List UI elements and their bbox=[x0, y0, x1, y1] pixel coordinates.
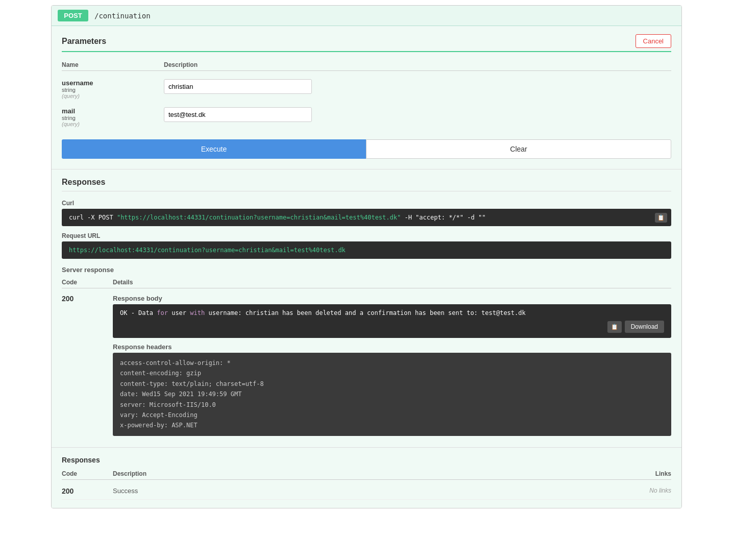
response-headers-block: access-control-allow-origin: * content-e… bbox=[113, 353, 671, 436]
keyword-for: for bbox=[157, 309, 168, 316]
action-buttons: Execute Clear bbox=[62, 139, 671, 159]
response-body-copy-button[interactable]: 📋 bbox=[607, 321, 622, 333]
param-name-mail: mail bbox=[62, 107, 164, 115]
bottom-row-desc: Success bbox=[113, 487, 620, 495]
server-response-header: Code Details bbox=[62, 277, 671, 288]
method-badge: POST bbox=[58, 10, 88, 21]
curl-label: Curl bbox=[62, 200, 671, 207]
bottom-links-header: Links bbox=[620, 470, 671, 477]
param-location-mail: (query) bbox=[62, 121, 164, 127]
curl-url-text: "https://localhost:44331/continuation?us… bbox=[117, 214, 401, 221]
param-row-username: username string (query) bbox=[62, 75, 671, 103]
response-body-label: Response body bbox=[113, 295, 671, 302]
header-line-3: content-type: text/plain; charset=utf-8 bbox=[120, 379, 664, 389]
endpoint-path: /continuation bbox=[94, 12, 151, 20]
param-info-mail: mail string (query) bbox=[62, 107, 164, 127]
header-line-4: date: Wed15 Sep 2021 19:49:59 GMT bbox=[120, 389, 664, 399]
request-url-label: Request URL bbox=[62, 232, 671, 239]
parameters-section: Parameters Cancel Name Description usern… bbox=[52, 26, 681, 169]
responses-section: Responses Curl curl -X POST "https://loc… bbox=[52, 169, 681, 447]
response-headers-label: Response headers bbox=[113, 343, 671, 351]
param-type-username: string bbox=[62, 87, 164, 93]
endpoint-header: POST /continuation bbox=[52, 6, 681, 26]
bottom-desc-header: Description bbox=[113, 470, 620, 477]
bottom-row-links: No links bbox=[620, 487, 671, 494]
params-header: Name Description bbox=[62, 59, 671, 71]
request-url-code-block: https://localhost:44331/continuation?use… bbox=[62, 241, 671, 259]
username-input[interactable] bbox=[164, 79, 312, 94]
download-button[interactable]: Download bbox=[625, 321, 664, 333]
server-response-details: Response body OK - Data for user with us… bbox=[113, 295, 671, 436]
server-response-label: Server response bbox=[62, 266, 671, 274]
details-col-header: Details bbox=[113, 279, 671, 286]
curl-command-text: curl -X POST bbox=[69, 214, 117, 221]
param-name-username: username bbox=[62, 79, 164, 87]
response-body-block: OK - Data for user with username: christ… bbox=[113, 304, 671, 338]
parameters-title: Parameters bbox=[62, 37, 106, 46]
bottom-row-code: 200 bbox=[62, 487, 113, 495]
code-col-header: Code bbox=[62, 279, 113, 286]
param-input-username[interactable] bbox=[164, 79, 671, 94]
request-url-text: https://localhost:44331/continuation?use… bbox=[69, 247, 346, 254]
mail-input[interactable] bbox=[164, 107, 312, 122]
server-response-row: 200 Response body OK - Data for user wit… bbox=[62, 291, 671, 439]
keyword-with: with bbox=[190, 309, 205, 316]
param-row-mail: mail string (query) bbox=[62, 103, 671, 131]
bottom-table-header: Code Description Links bbox=[62, 468, 671, 480]
request-url-block: Request URL https://localhost:44331/cont… bbox=[62, 232, 671, 259]
bottom-row-200: 200 Success No links bbox=[62, 483, 671, 500]
parameters-title-bar: Parameters Cancel bbox=[62, 34, 671, 52]
bottom-responses-title: Responses bbox=[62, 456, 671, 464]
response-body-actions: 📋 Download bbox=[120, 321, 664, 333]
header-line-2: content-encoding: gzip bbox=[120, 368, 664, 378]
response-body-end: username: christian has been deleted and… bbox=[205, 309, 526, 316]
col-name-header: Name bbox=[62, 61, 164, 68]
param-info-username: username string (query) bbox=[62, 79, 164, 99]
bottom-responses-section: Responses Code Description Links 200 Suc… bbox=[52, 447, 681, 508]
curl-rest-text: -H "accept: */*" -d "" bbox=[401, 214, 485, 221]
param-type-mail: string bbox=[62, 115, 164, 121]
param-input-mail[interactable] bbox=[164, 107, 671, 122]
execute-button[interactable]: Execute bbox=[62, 139, 366, 159]
param-location-username: (query) bbox=[62, 93, 164, 99]
header-line-7: x-powered-by: ASP.NET bbox=[120, 420, 664, 430]
params-table: Name Description username string (query)… bbox=[62, 59, 671, 131]
response-body-text: OK - Data bbox=[120, 309, 157, 316]
clear-button[interactable]: Clear bbox=[366, 139, 671, 159]
header-line-6: vary: Accept-Encoding bbox=[120, 410, 664, 420]
col-desc-header: Description bbox=[164, 61, 671, 68]
response-body-middle: user bbox=[168, 309, 190, 316]
curl-copy-button[interactable]: 📋 bbox=[655, 213, 667, 223]
responses-title: Responses bbox=[62, 178, 671, 191]
header-line-1: access-control-allow-origin: * bbox=[120, 358, 664, 368]
cancel-button[interactable]: Cancel bbox=[636, 34, 671, 48]
server-response-code: 200 bbox=[62, 295, 113, 303]
header-line-5: server: Microsoft-IIS/10.0 bbox=[120, 400, 664, 410]
curl-block: Curl curl -X POST "https://localhost:443… bbox=[62, 200, 671, 226]
curl-code-block: curl -X POST "https://localhost:44331/co… bbox=[62, 209, 671, 226]
bottom-code-header: Code bbox=[62, 470, 113, 477]
